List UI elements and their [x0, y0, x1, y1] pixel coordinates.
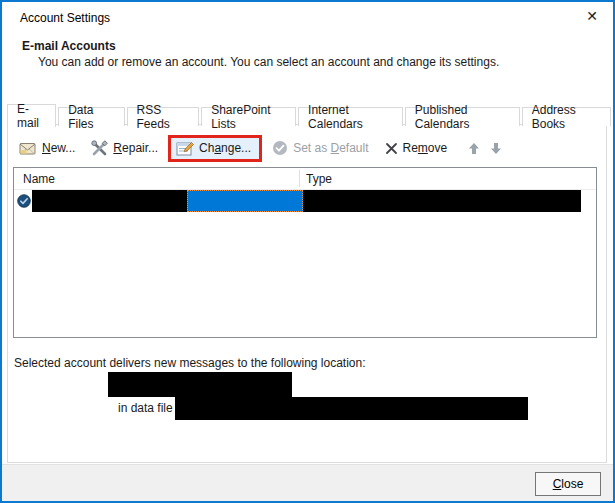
arrow-up-icon [468, 142, 480, 155]
dialog-footer: Close [2, 464, 613, 501]
redacted-delivery-location [108, 372, 292, 397]
new-button-label: New... [42, 141, 75, 155]
redacted-account-name [32, 190, 187, 212]
repair-account-button[interactable]: Repair... [87, 137, 162, 159]
accounts-toolbar: New... Repair... [15, 134, 505, 162]
close-button-label: Close [553, 477, 584, 491]
title-bar: Account Settings ✕ [2, 2, 613, 32]
page-title: E-mail Accounts [22, 39, 116, 53]
crossed-tools-icon [91, 140, 108, 156]
redacted-account-type [303, 190, 581, 212]
accounts-list-header: Name Type [14, 168, 596, 190]
check-circle-icon [272, 140, 288, 156]
tab-email[interactable]: E-mail [7, 104, 56, 127]
close-icon: ✕ [586, 8, 598, 24]
tab-strip: E-mail Data Files RSS Feeds SharePoint L… [7, 103, 613, 126]
arrow-down-icon [490, 142, 502, 155]
remove-account-button[interactable]: Remove [381, 138, 452, 158]
default-account-icon [17, 194, 31, 208]
delivery-location-text: Selected account delivers new messages t… [14, 356, 366, 370]
page-description: You can add or remove an account. You ca… [38, 55, 499, 69]
window-close-button[interactable]: ✕ [573, 2, 611, 30]
set-default-button-label: Set as Default [293, 141, 368, 155]
change-account-button[interactable]: Change... [171, 138, 259, 159]
column-divider [299, 170, 300, 187]
tab-rss-feeds[interactable]: RSS Feeds [127, 107, 200, 126]
selection-highlight [187, 190, 303, 212]
email-tab-page: New... Repair... [7, 124, 607, 463]
change-button-label: Change... [199, 141, 251, 155]
data-file-label: in data file [118, 401, 173, 415]
column-header-type[interactable]: Type [306, 172, 332, 186]
annotation-box-change: Change... [168, 135, 262, 162]
set-as-default-button[interactable]: Set as Default [268, 137, 372, 159]
repair-button-label: Repair... [113, 141, 158, 155]
remove-x-icon [385, 142, 398, 155]
redacted-data-file-path [175, 397, 528, 420]
column-header-name[interactable]: Name [23, 172, 55, 186]
tab-published-calendars[interactable]: Published Calendars [405, 107, 520, 126]
tab-internet-calendars[interactable]: Internet Calendars [298, 107, 403, 126]
tab-address-books[interactable]: Address Books [522, 107, 611, 126]
account-settings-dialog: Account Settings ✕ E-mail Accounts You c… [0, 0, 615, 503]
new-account-button[interactable]: New... [15, 138, 79, 158]
envelope-icon [19, 142, 37, 155]
account-row-selected[interactable] [14, 190, 596, 212]
tab-data-files[interactable]: Data Files [58, 107, 124, 126]
accounts-list[interactable]: Name Type [13, 167, 597, 338]
move-up-button[interactable] [465, 139, 483, 157]
close-button[interactable]: Close [535, 472, 601, 496]
form-pencil-icon [176, 141, 194, 156]
tab-sharepoint-lists[interactable]: SharePoint Lists [201, 107, 296, 126]
remove-button-label: Remove [403, 141, 448, 155]
window-title: Account Settings [20, 11, 110, 25]
move-down-button[interactable] [487, 139, 505, 157]
